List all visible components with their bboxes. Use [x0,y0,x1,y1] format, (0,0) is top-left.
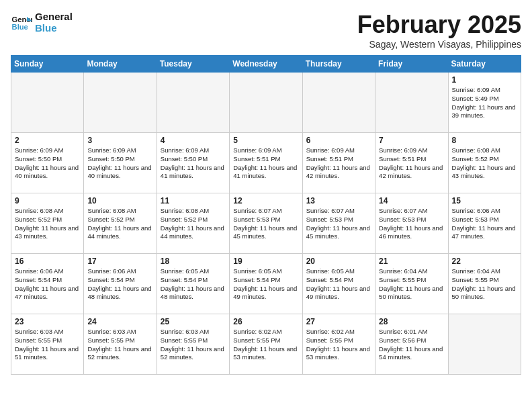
calendar-cell: 6Sunrise: 6:09 AMSunset: 5:51 PMDaylight… [302,133,375,193]
calendar-cell: 5Sunrise: 6:09 AMSunset: 5:51 PMDaylight… [230,133,302,193]
logo: General Blue General Blue [11,11,73,34]
day-number: 7 [379,136,444,145]
week-row-2: 2Sunrise: 6:09 AMSunset: 5:50 PMDaylight… [11,133,521,193]
cell-info: Sunrise: 6:09 AMSunset: 5:51 PMDaylight:… [379,146,444,181]
day-number: 9 [15,196,80,205]
cell-info: Sunrise: 6:03 AMSunset: 5:55 PMDaylight:… [87,328,152,362]
day-number: 5 [233,136,298,145]
day-number: 23 [15,317,80,326]
week-row-5: 23Sunrise: 6:03 AMSunset: 5:55 PMDayligh… [11,314,521,375]
cell-info: Sunrise: 6:05 AMSunset: 5:54 PMDaylight:… [306,267,371,302]
day-number: 26 [233,317,298,326]
calendar-cell [157,73,229,133]
day-number: 6 [306,136,371,145]
day-number: 10 [87,196,152,205]
cell-info: Sunrise: 6:01 AMSunset: 5:56 PMDaylight:… [379,328,444,362]
cell-info: Sunrise: 6:09 AMSunset: 5:50 PMDaylight:… [161,146,226,181]
cell-info: Sunrise: 6:09 AMSunset: 5:49 PMDaylight:… [452,86,517,120]
day-number: 28 [379,317,444,326]
cell-info: Sunrise: 6:04 AMSunset: 5:55 PMDaylight:… [452,267,517,302]
day-number: 8 [452,136,517,145]
cell-info: Sunrise: 6:08 AMSunset: 5:52 PMDaylight:… [161,207,226,241]
calendar-cell: 19Sunrise: 6:05 AMSunset: 5:54 PMDayligh… [230,254,302,314]
calendar-cell: 2Sunrise: 6:09 AMSunset: 5:50 PMDaylight… [11,133,84,193]
calendar-cell: 17Sunrise: 6:06 AMSunset: 5:54 PMDayligh… [84,254,157,314]
calendar-cell: 27Sunrise: 6:02 AMSunset: 5:55 PMDayligh… [302,314,375,375]
cell-info: Sunrise: 6:07 AMSunset: 5:53 PMDaylight:… [233,207,298,241]
calendar-cell: 24Sunrise: 6:03 AMSunset: 5:55 PMDayligh… [84,314,157,375]
day-number: 1 [452,75,517,85]
cell-info: Sunrise: 6:03 AMSunset: 5:55 PMDaylight:… [161,328,226,362]
calendar-cell [11,73,84,133]
col-header-sunday: Sunday [11,56,84,73]
svg-text:Blue: Blue [12,23,28,31]
calendar-cell: 25Sunrise: 6:03 AMSunset: 5:55 PMDayligh… [157,314,229,375]
calendar-cell: 9Sunrise: 6:08 AMSunset: 5:52 PMDaylight… [11,193,84,254]
calendar-cell [448,314,521,375]
cell-info: Sunrise: 6:08 AMSunset: 5:52 PMDaylight:… [15,207,80,241]
location-subtitle: Sagay, Western Visayas, Philippines [357,39,521,50]
calendar-cell [84,73,157,133]
cell-info: Sunrise: 6:07 AMSunset: 5:53 PMDaylight:… [379,207,444,241]
logo-icon: General Blue [11,11,32,33]
day-number: 21 [379,257,444,266]
calendar-cell: 10Sunrise: 6:08 AMSunset: 5:52 PMDayligh… [84,193,157,254]
col-header-friday: Friday [375,56,448,73]
week-row-3: 9Sunrise: 6:08 AMSunset: 5:52 PMDaylight… [11,193,521,254]
week-row-1: 1Sunrise: 6:09 AMSunset: 5:49 PMDaylight… [11,73,521,133]
cell-info: Sunrise: 6:09 AMSunset: 5:50 PMDaylight:… [15,146,80,181]
cell-info: Sunrise: 6:06 AMSunset: 5:54 PMDaylight:… [15,267,80,302]
cell-info: Sunrise: 6:04 AMSunset: 5:55 PMDaylight:… [379,267,444,302]
calendar-cell: 21Sunrise: 6:04 AMSunset: 5:55 PMDayligh… [375,254,448,314]
col-header-tuesday: Tuesday [157,56,229,73]
col-header-saturday: Saturday [448,56,521,73]
cell-info: Sunrise: 6:09 AMSunset: 5:50 PMDaylight:… [87,146,152,181]
month-title: February 2025 [357,11,521,39]
cell-info: Sunrise: 6:06 AMSunset: 5:54 PMDaylight:… [87,267,152,302]
calendar-cell: 16Sunrise: 6:06 AMSunset: 5:54 PMDayligh… [11,254,84,314]
cell-info: Sunrise: 6:07 AMSunset: 5:53 PMDaylight:… [306,207,371,241]
week-row-4: 16Sunrise: 6:06 AMSunset: 5:54 PMDayligh… [11,254,521,314]
day-number: 17 [87,257,152,266]
calendar-cell [375,73,448,133]
day-number: 22 [452,257,517,266]
day-number: 20 [306,257,371,266]
day-number: 14 [379,196,444,205]
calendar-header-row: SundayMondayTuesdayWednesdayThursdayFrid… [11,56,521,73]
calendar-cell: 20Sunrise: 6:05 AMSunset: 5:54 PMDayligh… [302,254,375,314]
calendar-cell: 22Sunrise: 6:04 AMSunset: 5:55 PMDayligh… [448,254,521,314]
cell-info: Sunrise: 6:06 AMSunset: 5:53 PMDaylight:… [452,207,517,241]
calendar-table: SundayMondayTuesdayWednesdayThursdayFrid… [11,55,521,375]
day-number: 12 [233,196,298,205]
day-number: 3 [87,136,152,145]
day-number: 19 [233,257,298,266]
calendar-cell: 13Sunrise: 6:07 AMSunset: 5:53 PMDayligh… [302,193,375,254]
calendar-cell: 18Sunrise: 6:05 AMSunset: 5:54 PMDayligh… [157,254,229,314]
calendar-cell: 1Sunrise: 6:09 AMSunset: 5:49 PMDaylight… [448,73,521,133]
day-number: 25 [161,317,226,326]
day-number: 13 [306,196,371,205]
cell-info: Sunrise: 6:03 AMSunset: 5:55 PMDaylight:… [15,328,80,362]
day-number: 18 [161,257,226,266]
cell-info: Sunrise: 6:09 AMSunset: 5:51 PMDaylight:… [233,146,298,181]
calendar-cell [230,73,302,133]
day-number: 11 [161,196,226,205]
cell-info: Sunrise: 6:02 AMSunset: 5:55 PMDaylight:… [233,328,298,362]
calendar-cell: 14Sunrise: 6:07 AMSunset: 5:53 PMDayligh… [375,193,448,254]
logo-text-line2: Blue [35,22,73,34]
day-number: 15 [452,196,517,205]
calendar-cell: 11Sunrise: 6:08 AMSunset: 5:52 PMDayligh… [157,193,229,254]
calendar-cell: 23Sunrise: 6:03 AMSunset: 5:55 PMDayligh… [11,314,84,375]
calendar-cell: 12Sunrise: 6:07 AMSunset: 5:53 PMDayligh… [230,193,302,254]
calendar-cell [302,73,375,133]
calendar-cell: 28Sunrise: 6:01 AMSunset: 5:56 PMDayligh… [375,314,448,375]
calendar-cell: 4Sunrise: 6:09 AMSunset: 5:50 PMDaylight… [157,133,229,193]
day-number: 24 [87,317,152,326]
logo-text-line1: General [35,11,73,22]
cell-info: Sunrise: 6:05 AMSunset: 5:54 PMDaylight:… [233,267,298,302]
day-number: 27 [306,317,371,326]
cell-info: Sunrise: 6:08 AMSunset: 5:52 PMDaylight:… [452,146,517,181]
day-number: 4 [161,136,226,145]
calendar-cell: 3Sunrise: 6:09 AMSunset: 5:50 PMDaylight… [84,133,157,193]
page-header: General Blue General Blue February 2025 … [11,11,521,50]
